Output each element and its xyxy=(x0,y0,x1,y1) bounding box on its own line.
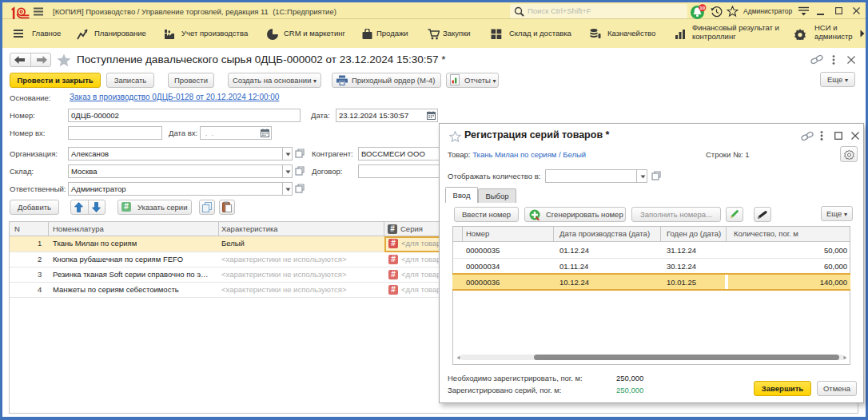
svg-text:10: 10 xyxy=(699,5,705,10)
